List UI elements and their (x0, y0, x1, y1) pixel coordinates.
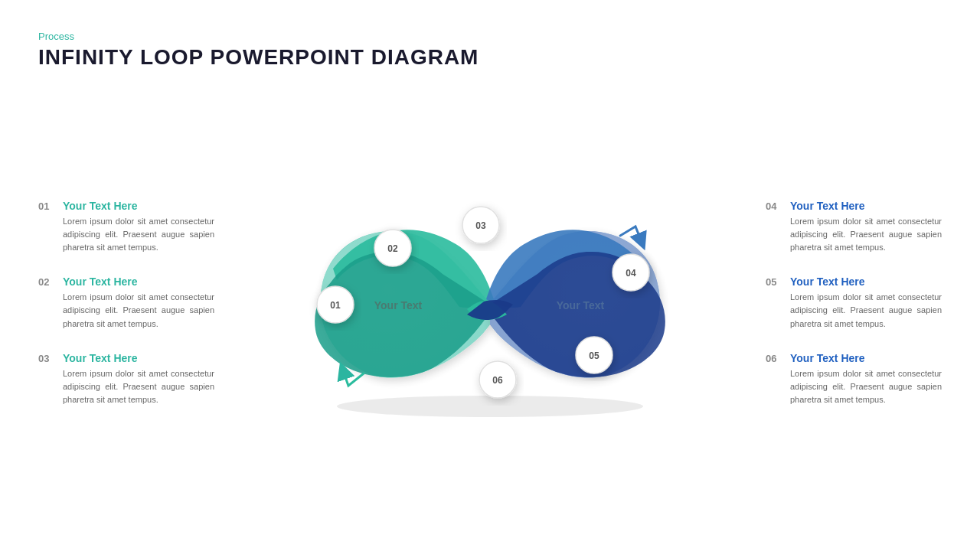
item-title-1: Your Text Here (63, 200, 214, 212)
list-item: 05 Your Text Here Lorem ipsum dolor sit … (766, 276, 942, 330)
item-desc-3: Lorem ipsum dolor sit amet consectetur a… (63, 367, 214, 406)
list-item: 04 Your Text Here Lorem ipsum dolor sit … (766, 200, 942, 254)
item-title-2: Your Text Here (63, 276, 214, 288)
svg-text:02: 02 (387, 243, 398, 254)
item-number: 06 (766, 352, 782, 406)
list-item: 01 Your Text Here Lorem ipsum dolor sit … (38, 200, 214, 254)
infinity-loop: Your Text Your Text 01 02 03 04 (291, 181, 689, 425)
svg-text:06: 06 (492, 375, 503, 386)
item-content: Your Text Here Lorem ipsum dolor sit ame… (63, 200, 214, 254)
item-number: 03 (38, 352, 55, 406)
category-label: Process (38, 31, 942, 42)
item-content: Your Text Here Lorem ipsum dolor sit ame… (790, 200, 942, 254)
svg-text:05: 05 (589, 350, 599, 361)
item-number: 05 (766, 276, 782, 330)
item-title-6: Your Text Here (790, 352, 942, 364)
list-item: 02 Your Text Here Lorem ipsum dolor sit … (38, 276, 214, 330)
item-content: Your Text Here Lorem ipsum dolor sit ame… (790, 352, 942, 406)
svg-text:03: 03 (475, 220, 486, 231)
item-title-4: Your Text Here (790, 200, 942, 212)
svg-point-0 (337, 396, 643, 417)
item-title-5: Your Text Here (790, 276, 942, 288)
svg-text:Your Text: Your Text (374, 299, 423, 311)
svg-text:Your Text: Your Text (557, 299, 605, 311)
list-item: 06 Your Text Here Lorem ipsum dolor sit … (766, 352, 942, 406)
item-desc-4: Lorem ipsum dolor sit amet consectetur a… (790, 215, 942, 254)
item-number: 02 (38, 276, 55, 330)
content-area: 01 Your Text Here Lorem ipsum dolor sit … (38, 93, 942, 514)
svg-text:01: 01 (330, 300, 341, 311)
slide: Process INFINITY LOOP POWERPOINT DIAGRAM… (0, 0, 980, 551)
svg-text:04: 04 (626, 268, 636, 279)
item-desc-1: Lorem ipsum dolor sit amet consectetur a… (63, 215, 214, 254)
right-sidebar: 04 Your Text Here Lorem ipsum dolor sit … (766, 200, 942, 406)
main-title: INFINITY LOOP POWERPOINT DIAGRAM (38, 45, 942, 70)
header: Process INFINITY LOOP POWERPOINT DIAGRAM (38, 31, 942, 70)
center-diagram: Your Text Your Text 01 02 03 04 (214, 93, 766, 514)
item-content: Your Text Here Lorem ipsum dolor sit ame… (790, 276, 942, 330)
item-desc-5: Lorem ipsum dolor sit amet consectetur a… (790, 291, 942, 330)
item-number: 04 (766, 200, 782, 254)
left-sidebar: 01 Your Text Here Lorem ipsum dolor sit … (38, 200, 214, 406)
item-desc-6: Lorem ipsum dolor sit amet consectetur a… (790, 367, 942, 406)
list-item: 03 Your Text Here Lorem ipsum dolor sit … (38, 352, 214, 406)
item-content: Your Text Here Lorem ipsum dolor sit ame… (63, 276, 214, 330)
item-title-3: Your Text Here (63, 352, 214, 364)
item-number: 01 (38, 200, 55, 254)
item-content: Your Text Here Lorem ipsum dolor sit ame… (63, 352, 214, 406)
item-desc-2: Lorem ipsum dolor sit amet consectetur a… (63, 291, 214, 330)
